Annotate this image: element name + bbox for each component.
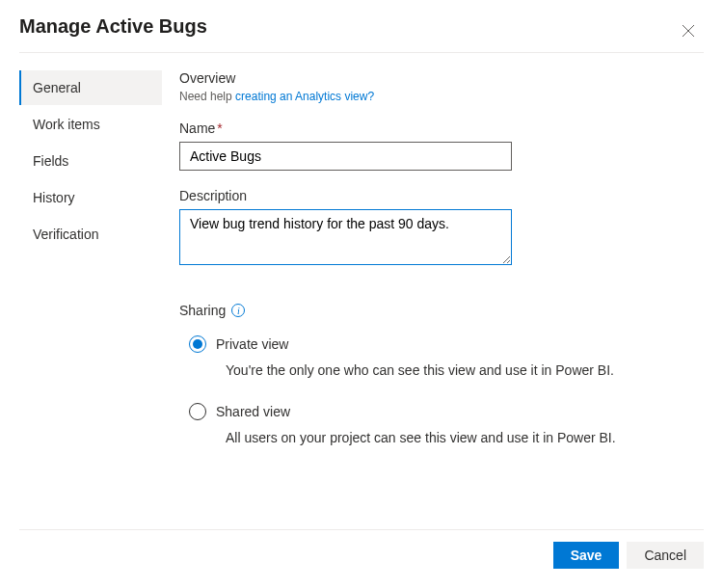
overview-heading: Overview: [179, 70, 704, 86]
radio-label: Private view: [216, 336, 288, 352]
help-prefix: Need help: [179, 90, 235, 103]
dialog-body: General Work items Fields History Verifi…: [0, 53, 723, 470]
sharing-option-private: Private view You're the only one who can…: [179, 335, 704, 378]
sidebar-item-fields[interactable]: Fields: [19, 144, 162, 178]
sidebar-item-label: Verification: [33, 227, 98, 242]
dialog-footer: Save Cancel: [19, 529, 704, 569]
sidebar: General Work items Fields History Verifi…: [19, 70, 162, 470]
sidebar-item-work-items[interactable]: Work items: [19, 107, 162, 142]
radio-button-icon: [189, 403, 206, 420]
main-panel: Overview Need help creating an Analytics…: [162, 70, 704, 470]
info-icon[interactable]: i: [231, 304, 245, 317]
sidebar-item-label: Work items: [33, 117, 100, 132]
description-input[interactable]: View bug trend history for the past 90 d…: [179, 209, 512, 265]
dialog-header: Manage Active Bugs: [0, 0, 723, 52]
close-button[interactable]: [677, 19, 700, 42]
description-label: Description: [179, 188, 704, 203]
sharing-label: Sharing: [179, 303, 226, 318]
radio-button-icon: [189, 335, 206, 353]
help-link[interactable]: creating an Analytics view?: [235, 90, 374, 103]
name-input[interactable]: [179, 142, 512, 171]
name-label: Name*: [179, 120, 704, 136]
sidebar-item-label: General: [33, 80, 81, 95]
name-label-text: Name: [179, 120, 215, 136]
close-icon: [682, 24, 695, 38]
radio-shared[interactable]: Shared view: [189, 403, 704, 420]
radio-description: All users on your project can see this v…: [216, 430, 704, 445]
page-title: Manage Active Bugs: [19, 15, 207, 38]
sidebar-item-label: History: [33, 190, 75, 205]
sharing-option-shared: Shared view All users on your project ca…: [179, 403, 704, 445]
sidebar-item-history[interactable]: History: [19, 180, 162, 215]
sidebar-item-label: Fields: [33, 153, 68, 169]
radio-description: You're the only one who can see this vie…: [216, 362, 704, 378]
help-text: Need help creating an Analytics view?: [179, 90, 704, 103]
save-button[interactable]: Save: [553, 542, 620, 569]
sharing-heading: Sharing i: [179, 303, 704, 318]
cancel-button[interactable]: Cancel: [627, 542, 704, 569]
required-indicator: *: [217, 120, 222, 136]
radio-label: Shared view: [216, 404, 290, 419]
sidebar-item-verification[interactable]: Verification: [19, 217, 162, 252]
sidebar-item-general[interactable]: General: [19, 70, 162, 105]
radio-private[interactable]: Private view: [189, 335, 704, 353]
